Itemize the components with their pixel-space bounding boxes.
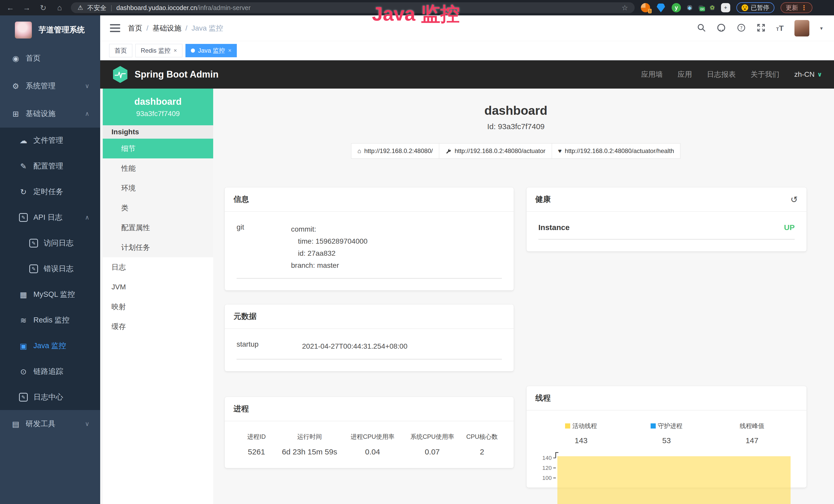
- home-icon[interactable]: ⌂: [54, 3, 65, 12]
- sidebar-item-config-management[interactable]: ✎ 配置管理: [0, 153, 100, 179]
- instance-tab-scheduled-tasks[interactable]: 计划任务: [103, 237, 213, 257]
- forward-icon[interactable]: →: [22, 3, 32, 12]
- browser-menu-icon[interactable]: ⋮: [800, 4, 807, 12]
- sidebar-item-api-logs[interactable]: ✎ API 日志 ∧: [0, 205, 100, 230]
- language-selector[interactable]: zh-CN ∨: [794, 70, 822, 78]
- sba-link-journal[interactable]: 日志报表: [707, 70, 736, 79]
- address-bar[interactable]: ⚠ 不安全 | dashboard.yudao.iocoder.cn/infra…: [71, 2, 635, 13]
- instance-id-line: Id: 93a3fc7f7409: [225, 122, 807, 131]
- app-logo-row[interactable]: 芋道管理系统: [0, 16, 100, 44]
- instance-tab-config-props[interactable]: 配置属性: [103, 218, 213, 237]
- log-icon: ✎: [29, 239, 38, 248]
- live-threads-area: [557, 456, 791, 504]
- sba-link-wallboard[interactable]: 应用墙: [641, 70, 663, 79]
- sba-link-applications[interactable]: 应用: [678, 70, 692, 79]
- search-icon[interactable]: [697, 23, 706, 33]
- threads-area-chart: 140 120 100: [539, 454, 795, 487]
- svg-text:?: ?: [740, 25, 743, 30]
- sidebar-item-home[interactable]: ◉ 首页: [0, 44, 100, 72]
- extension-icon[interactable]: y: [672, 3, 681, 12]
- sba-link-about[interactable]: 关于我们: [750, 70, 779, 79]
- avatar-caret-icon[interactable]: ▾: [820, 25, 823, 31]
- chevron-up-icon: ∧: [85, 214, 89, 221]
- pin-extension-icon[interactable]: [656, 3, 665, 12]
- threads-card: 线程 活动线程 守护进程: [527, 386, 807, 487]
- tab-redis-monitoring[interactable]: Redis 监控 ×: [135, 44, 182, 57]
- sidebar-item-scheduled-tasks[interactable]: ↻ 定时任务: [0, 179, 100, 205]
- daemon-threads-value: 53: [624, 436, 709, 445]
- close-icon[interactable]: ×: [174, 47, 177, 54]
- reload-icon[interactable]: ↻: [38, 3, 48, 12]
- log-icon: ✎: [19, 213, 28, 222]
- instance-tab-caches[interactable]: 缓存: [103, 317, 213, 336]
- toolbox-icon: ▤: [10, 419, 22, 429]
- breadcrumb-home[interactable]: 首页: [128, 23, 142, 33]
- instance-tab-details[interactable]: 细节: [103, 139, 213, 158]
- log-icon: ✎: [19, 393, 28, 402]
- font-size-icon[interactable]: TT: [776, 24, 784, 32]
- fullscreen-icon[interactable]: [757, 23, 765, 33]
- extension-icon[interactable]: on: [698, 5, 704, 10]
- chevron-down-icon: ∨: [85, 83, 89, 90]
- bookmark-star-icon[interactable]: ☆: [621, 4, 628, 12]
- instance-details-main: dashboard Id: 93a3fc7f7409 ⌂ http://192.…: [213, 89, 834, 487]
- sidebar-item-infrastructure[interactable]: ⊞ 基础设施 ∧: [0, 100, 100, 128]
- process-cpu: 0.04: [343, 448, 402, 456]
- update-button[interactable]: 更新 ⋮: [781, 2, 812, 13]
- info-card: 信息 git commit: time: 1596289704000 id: 2…: [225, 187, 514, 290]
- sidebar-item-java-monitoring[interactable]: ▣ Java 监控: [0, 333, 100, 359]
- history-icon[interactable]: ↺: [791, 194, 798, 205]
- cards-right-column: 健康 ↺ Instance UP 线程: [527, 187, 807, 487]
- instance-tab-metrics[interactable]: 性能: [103, 158, 213, 178]
- legend-peak-threads: 线程峰值: [709, 422, 795, 430]
- instance-name: dashboard: [103, 96, 213, 107]
- puzzle-extensions-icon[interactable]: ✦: [721, 3, 730, 12]
- sidebar-item-file-management[interactable]: ☁ 文件管理: [0, 128, 100, 153]
- sidebar-item-mysql-monitoring[interactable]: ▦ MySQL 监控: [0, 282, 100, 307]
- back-icon[interactable]: ←: [5, 3, 16, 12]
- sidebar-item-error-logs[interactable]: ✎ 错误日志: [0, 256, 100, 282]
- log-icon: ✎: [29, 265, 38, 273]
- history-icon: ↻: [18, 187, 29, 197]
- sba-logo-icon: [112, 66, 128, 84]
- grid-extension-icon[interactable]: ◆: [687, 5, 692, 10]
- actuator-url-button[interactable]: http://192.168.0.2:48080/actuator: [439, 143, 552, 159]
- health-instance-row: Instance UP: [539, 223, 795, 239]
- instance-header[interactable]: dashboard 93a3fc7f7409: [103, 89, 213, 125]
- tab-java-monitoring[interactable]: Java 监控 ×: [185, 44, 237, 57]
- breadcrumb-infrastructure[interactable]: 基础设施: [153, 23, 181, 33]
- instance-tab-classes[interactable]: 类: [103, 198, 213, 218]
- sidebar-item-access-logs[interactable]: ✎ 访问日志: [0, 230, 100, 256]
- instance-tab-logs[interactable]: 日志: [103, 257, 213, 277]
- sidebar-item-system-management[interactable]: ⚙ 系统管理 ∨: [0, 72, 100, 100]
- info-value: commit: time: 1596289704000 id: 27aa832 …: [291, 223, 368, 271]
- page-title: dashboard: [225, 104, 807, 118]
- instance-tab-jvm[interactable]: JVM: [103, 277, 213, 297]
- metadata-card: 元数据 startup 2021-04-27T00:44:31.254+08:0…: [225, 304, 514, 371]
- help-icon[interactable]: ?: [737, 23, 746, 33]
- github-icon[interactable]: [717, 23, 726, 33]
- sidebar-item-dev-tools[interactable]: ▤ 研发工具 ∨: [0, 410, 100, 438]
- paused-badge[interactable]: 已暂停: [737, 2, 774, 13]
- wrench-icon: [445, 147, 452, 155]
- instance-sidebar: dashboard 93a3fc7f7409 Insights 细节 性能 环境…: [103, 89, 213, 504]
- eye-icon: ⊙: [18, 367, 29, 376]
- threads-legend: 活动线程 守护进程 线程峰值: [539, 422, 795, 430]
- translate-extension-icon[interactable]: ✿: [710, 5, 715, 10]
- metadata-startup-row: startup 2021-04-27T00:44:31.254+08:00: [237, 340, 502, 360]
- sidebar-item-log-center[interactable]: ✎ 日志中心: [0, 384, 100, 410]
- sidebar-item-tracing[interactable]: ⊙ 链路追踪: [0, 359, 100, 384]
- extension-icon[interactable]: 1: [641, 3, 650, 12]
- hamburger-icon[interactable]: [110, 24, 120, 32]
- sba-brand[interactable]: Spring Boot Admin: [112, 66, 219, 84]
- close-icon[interactable]: ×: [228, 47, 232, 54]
- insights-section-header: Insights: [103, 125, 213, 139]
- service-url-button[interactable]: ⌂ http://192.168.0.2:48080/: [351, 143, 439, 159]
- instance-tab-environment[interactable]: 环境: [103, 178, 213, 198]
- tab-home[interactable]: 首页: [109, 44, 132, 57]
- sidebar-item-redis-monitoring[interactable]: ≋ Redis 监控: [0, 307, 100, 333]
- user-avatar[interactable]: [794, 20, 809, 37]
- breadcrumb: 首页 / 基础设施 / Java 监控: [128, 23, 223, 33]
- health-url-button[interactable]: ♥ http://192.168.0.2:48080/actuator/heal…: [552, 143, 681, 159]
- instance-tab-mappings[interactable]: 映射: [103, 297, 213, 317]
